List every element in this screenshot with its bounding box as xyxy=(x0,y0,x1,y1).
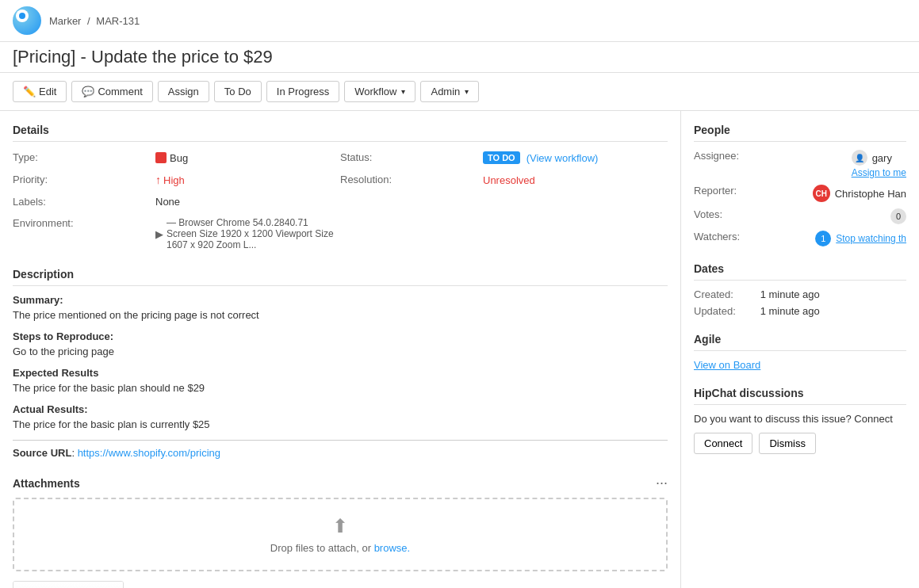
edit-button[interactable]: ✏️ Edit xyxy=(13,81,67,102)
people-section: People Assignee: 👤 gary Assign to me Rep… xyxy=(694,124,906,246)
status-badge: TO DO xyxy=(483,151,520,164)
actual-text: The price for the basic plan is currentl… xyxy=(13,418,668,430)
drop-zone[interactable]: ⬆ Drop files to attach, or browse. xyxy=(13,498,668,571)
breadcrumb-issue-id[interactable]: MAR-131 xyxy=(96,15,140,27)
assignee-label: Assignee: xyxy=(694,150,757,162)
details-grid: Type: Bug Status: TO DO (View workflow) … xyxy=(13,150,668,252)
votes-value: 0 xyxy=(890,208,906,224)
admin-button[interactable]: Admin xyxy=(420,81,479,102)
assignee-value: 👤 gary xyxy=(852,150,906,166)
agile-section: Agile View on Board xyxy=(694,333,906,371)
main-layout: Details Type: Bug Status: TO DO (View wo… xyxy=(0,111,919,588)
issue-title: [Pricing] - Update the price to $29 xyxy=(0,42,919,73)
workflow-button[interactable]: Workflow xyxy=(344,81,415,102)
sidebar: People Assignee: 👤 gary Assign to me Rep… xyxy=(681,111,919,588)
watchers-badge: 1 xyxy=(815,231,831,246)
updated-row: Updated: 1 minute ago xyxy=(694,305,906,317)
type-value: Bug xyxy=(155,150,340,166)
labels-label: Labels: xyxy=(13,194,155,209)
in-progress-button[interactable]: In Progress xyxy=(266,81,339,102)
details-title: Details xyxy=(13,124,668,142)
description-section: Description Summary: The price mentioned… xyxy=(13,268,668,459)
assign-to-me-link[interactable]: Assign to me xyxy=(852,167,906,178)
environment-value: ▶ — Browser Chrome 54.0.2840.71 Screen S… xyxy=(155,216,340,252)
watchers-row: Watchers: 1 Stop watching th xyxy=(694,231,906,246)
browse-link[interactable]: browse. xyxy=(374,542,411,554)
hipchat-title: HipChat discussions xyxy=(694,387,906,405)
created-row: Created: 1 minute ago xyxy=(694,288,906,300)
priority-high: ↑ High xyxy=(155,174,185,186)
hipchat-section: HipChat discussions Do you want to discu… xyxy=(694,387,906,454)
status-label: Status: xyxy=(340,150,483,166)
attachments-header: Attachments ··· xyxy=(13,475,668,491)
status-value: TO DO (View workflow) xyxy=(483,150,668,166)
updated-value: 1 minute ago xyxy=(760,305,820,317)
attachment-thumbnail[interactable] xyxy=(13,581,124,588)
source-label: Source URL xyxy=(13,447,71,459)
created-label: Created: xyxy=(694,288,757,300)
todo-button[interactable]: To Do xyxy=(214,81,262,102)
edit-icon: ✏️ xyxy=(23,86,36,97)
assignee-avatar: 👤 xyxy=(852,150,867,166)
source-url-link[interactable]: https://www.shopify.com/pricing xyxy=(78,447,220,459)
resolution-label: Resolution: xyxy=(340,172,483,188)
attachments-section: Attachments ··· ⬆ Drop files to attach, … xyxy=(13,475,668,588)
hipchat-actions: Connect Dismiss xyxy=(694,433,906,454)
breadcrumb-project[interactable]: Marker xyxy=(49,15,81,27)
app-logo xyxy=(13,6,41,35)
drop-text: Drop files to attach, or xyxy=(270,542,374,554)
assignee-name: gary xyxy=(872,152,892,164)
toolbar: ✏️ Edit 💬 Comment Assign To Do In Progre… xyxy=(0,73,919,111)
assignee-info: 👤 gary Assign to me xyxy=(852,150,906,178)
assignee-row: Assignee: 👤 gary Assign to me xyxy=(694,150,906,178)
assign-button[interactable]: Assign xyxy=(158,81,209,102)
hipchat-description: Do you want to discuss this issue? Conne… xyxy=(694,413,906,425)
view-workflow-link[interactable]: (View workflow) xyxy=(527,152,599,164)
dismiss-button[interactable]: Dismiss xyxy=(759,433,816,454)
content-area: Details Type: Bug Status: TO DO (View wo… xyxy=(0,111,681,588)
expected-text: The price for the basic plan should ne $… xyxy=(13,382,668,394)
breadcrumb-separator: / xyxy=(87,15,90,27)
attachments-title: Attachments xyxy=(13,477,80,490)
description-title: Description xyxy=(13,268,668,286)
steps-text: Go to the pricing page xyxy=(13,346,668,357)
updated-label: Updated: xyxy=(694,305,757,317)
created-value: 1 minute ago xyxy=(760,288,820,300)
summary-heading: Summary: xyxy=(13,294,668,306)
votes-label: Votes: xyxy=(694,208,757,220)
source-url-row: Source URL: https://www.shopify.com/pric… xyxy=(13,447,668,459)
reporter-name: Christophe Han xyxy=(835,188,906,200)
actual-heading: Actual Results: xyxy=(13,403,668,415)
votes-row: Votes: 0 xyxy=(694,208,906,224)
steps-heading: Steps to Reproduce: xyxy=(13,330,668,342)
comment-button[interactable]: 💬 Comment xyxy=(71,81,152,102)
agile-title: Agile xyxy=(694,333,906,351)
dates-title: Dates xyxy=(694,262,906,281)
watchers-value: 1 Stop watching th xyxy=(815,231,906,246)
votes-badge: 0 xyxy=(890,208,906,224)
app-header: Marker / MAR-131 xyxy=(0,0,919,42)
reporter-label: Reporter: xyxy=(694,185,757,197)
reporter-row: Reporter: CH Christophe Han xyxy=(694,185,906,202)
summary-text: The price mentioned on the pricing page … xyxy=(13,309,668,321)
comment-icon: 💬 xyxy=(82,86,94,97)
description-divider xyxy=(13,440,668,441)
view-on-board-link[interactable]: View on Board xyxy=(694,359,760,371)
thumb-content xyxy=(13,582,123,588)
upload-icon: ⬆ xyxy=(30,515,650,537)
attachments-more-icon[interactable]: ··· xyxy=(656,475,668,491)
connect-button[interactable]: Connect xyxy=(694,433,752,454)
stop-watching-link[interactable]: Stop watching th xyxy=(836,233,906,244)
expected-heading: Expected Results xyxy=(13,367,668,379)
reporter-value: CH Christophe Han xyxy=(813,185,906,202)
people-title: People xyxy=(694,124,906,142)
details-section: Details Type: Bug Status: TO DO (View wo… xyxy=(13,124,668,252)
env-expand-icon[interactable]: ▶ xyxy=(155,228,163,240)
dates-section: Dates Created: 1 minute ago Updated: 1 m… xyxy=(694,262,906,317)
type-label: Type: xyxy=(13,150,155,166)
labels-value: None xyxy=(155,194,340,209)
environment-label: Environment: xyxy=(13,216,155,252)
watchers-label: Watchers: xyxy=(694,231,757,242)
bug-icon xyxy=(155,152,167,163)
reporter-avatar: CH xyxy=(813,185,830,202)
